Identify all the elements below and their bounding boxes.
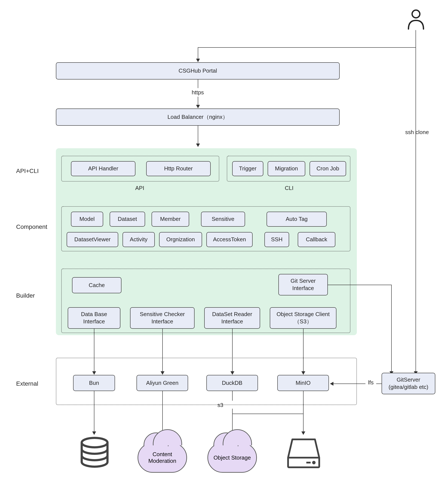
gitserver-label: GitServer (gitea/gitlab etc) [384,376,433,391]
model-box: Model [71,212,103,227]
callback-box: Callback [298,232,335,247]
api-sublabel: API [133,185,146,191]
csghub-portal-label: CSGHub Portal [178,67,217,75]
organization-label: Orgnization [166,236,195,243]
object-storage-client-label: Object Storage Client（S3） [272,311,334,325]
activity-label: Activity [130,236,147,243]
api-handler-label: API Handler [88,165,118,172]
callback-label: Callback [306,236,328,243]
dataset-reader-interface-label: DataSet Reader Interface [207,311,257,325]
svg-point-0 [412,10,420,18]
aliyun-green-label: Aliyun Green [146,380,178,387]
bun-label: Bun [89,380,99,387]
sensitive-box: Sensitive [201,212,245,227]
access-token-label: AccessToken [213,236,246,243]
csghub-portal-box: CSGHub Portal [56,62,340,79]
object-storage-client-box: Object Storage Client（S3） [270,307,336,329]
minio-box: MinIO [277,375,329,391]
load-balancer-box: Load Balancer（nginx） [56,109,340,126]
trigger-box: Trigger [232,161,263,176]
migration-box: Migration [268,161,305,176]
cron-job-box: Cron Job [310,161,346,176]
lfs-label: lfs [365,379,376,386]
cron-job-label: Cron Job [316,165,339,172]
https-label: https [187,89,208,96]
cache-box: Cache [72,277,121,293]
dataset-viewer-box: DatasetViewer [67,232,118,247]
activity-box: Activity [122,232,155,247]
access-token-box: AccessToken [206,232,253,247]
sensitive-checker-interface-label: Sensitive Checker Interface [133,311,192,325]
ssh-label: SSH [271,236,282,243]
migration-label: Migration [275,165,298,172]
member-box: Member [152,212,189,227]
bun-box: Bun [73,375,115,391]
http-router-box: Http Router [146,161,211,176]
svg-point-1 [82,438,107,447]
cli-sublabel: CLI [283,185,296,191]
http-router-label: Http Router [164,165,193,172]
object-storage-cloud: Object Storage [208,443,257,473]
auto-tag-box: Auto Tag [267,212,327,227]
object-storage-label: Object Storage [214,454,251,461]
auto-tag-label: Auto Tag [286,215,308,223]
architecture-diagram: CSGHub Portal https Load Balancer（nginx）… [8,8,440,475]
member-label: Member [160,215,181,223]
load-balancer-label: Load Balancer（nginx） [168,113,228,121]
external-label: External [16,380,38,387]
database-icon [77,436,112,471]
minio-label: MinIO [296,380,310,387]
git-server-interface-box: Git Server Interface [278,274,328,295]
ssh-clone-label: ssh clone [402,129,432,135]
ssh-box: SSH [264,232,289,247]
git-server-interface-label: Git Server Interface [281,277,325,292]
builder-label: Builder [16,292,35,299]
content-moderation-cloud: Content Moderation [138,443,187,473]
trigger-label: Trigger [239,165,256,172]
svg-rect-4 [306,462,311,463]
content-moderation-label: Content Moderation [138,451,186,464]
dataset-reader-interface-box: DataSet Reader Interface [204,307,260,329]
database-interface-box: Data Base Interface [68,307,120,329]
duckdb-label: DuckDB [222,380,242,387]
database-interface-label: Data Base Interface [70,311,118,325]
dataset-label: Dataset [118,215,137,223]
s3-label: s3 [215,402,226,408]
user-icon [406,8,426,31]
aliyun-green-box: Aliyun Green [136,375,188,391]
cache-label: Cache [88,282,105,289]
component-label: Component [16,223,47,230]
dataset-viewer-label: DatasetViewer [74,236,111,243]
sensitive-label: Sensitive [212,215,234,223]
gitserver-box: GitServer (gitea/gitlab etc) [382,373,435,394]
dataset-box: Dataset [110,212,145,227]
disk-icon [286,437,321,470]
duckdb-box: DuckDB [206,375,258,391]
organization-box: Orgnization [159,232,202,247]
sensitive-checker-interface-box: Sensitive Checker Interface [130,307,195,329]
svg-point-3 [312,461,316,464]
api-cli-label: API+CLI [16,168,39,174]
api-handler-box: API Handler [71,161,136,176]
model-label: Model [80,215,95,223]
